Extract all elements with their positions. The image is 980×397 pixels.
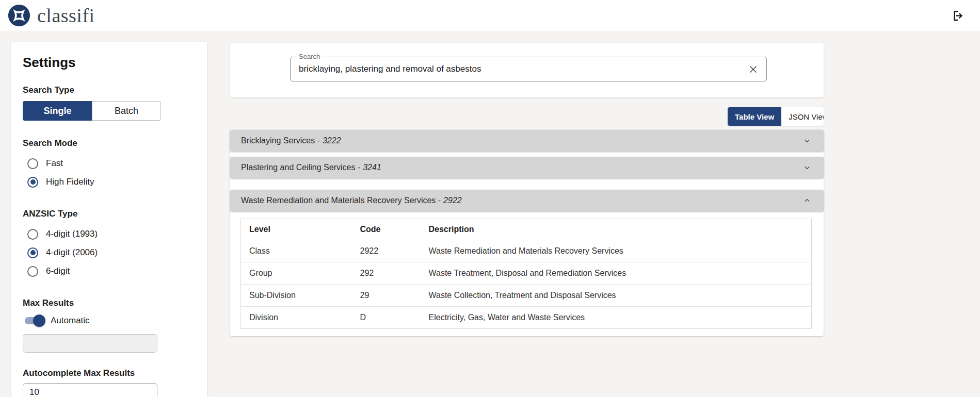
radio-unchecked-icon[interactable] xyxy=(27,158,38,169)
search-mode-label: Search Mode xyxy=(23,138,196,148)
anzsic-type-section: ANZSIC Type 4-digit (1993) 4-digit (2006… xyxy=(23,209,196,280)
accordion-title-text: Plastering and Ceiling Services - xyxy=(241,163,360,172)
search-type-section: Search Type Single Batch xyxy=(23,85,196,121)
view-toggle: Table View JSON View xyxy=(728,107,824,126)
radio-checked-icon[interactable] xyxy=(27,177,38,188)
table-header-row: Level Code Description xyxy=(241,219,812,240)
settings-title: Settings xyxy=(23,55,196,71)
accordion-title: Waste Remediation and Materials Recovery… xyxy=(241,196,462,205)
anzsic-option-4digit-2006[interactable]: 4-digit (2006) xyxy=(23,243,196,262)
table-row: Division D Electricity, Gas, Water and W… xyxy=(241,307,812,329)
column-header-level: Level xyxy=(241,219,352,240)
accordion-header[interactable]: Plastering and Ceiling Services - 3241 xyxy=(230,157,824,178)
accordion-waste-remediation-services: Waste Remediation and Materials Recovery… xyxy=(230,190,824,330)
anzsic-option-6digit[interactable]: 6-digit xyxy=(23,262,196,280)
accordion-code: 2922 xyxy=(443,196,462,205)
cell-code: 29 xyxy=(352,285,421,307)
column-header-description: Description xyxy=(421,219,812,240)
search-mode-section: Search Mode Fast High Fidelity xyxy=(23,138,196,191)
autocomplete-max-results-label: Autocomplete Max Results xyxy=(23,368,196,378)
column-header-code: Code xyxy=(352,219,421,240)
search-mode-option-high-fidelity[interactable]: High Fidelity xyxy=(23,173,196,191)
settings-sidebar: Settings Search Type Single Batch Search… xyxy=(11,42,207,397)
app-root: classifi Settings Search Type Single Bat… xyxy=(0,0,980,397)
brand: classifi xyxy=(8,4,95,27)
max-results-section: Max Results Automatic xyxy=(23,298,196,353)
search-field-label: Search xyxy=(296,53,323,60)
autocomplete-max-results-section: Autocomplete Max Results xyxy=(23,368,196,397)
accordion-gap xyxy=(230,152,824,157)
search-type-label: Search Type xyxy=(23,85,196,95)
accordion-title: Bricklaying Services - 3222 xyxy=(241,136,341,145)
cell-description: Waste Collection, Treatment and Disposal… xyxy=(421,285,812,307)
accordion-header[interactable]: Waste Remediation and Materials Recovery… xyxy=(230,190,824,211)
cell-level: Division xyxy=(241,307,352,329)
chevron-up-icon[interactable] xyxy=(802,195,812,206)
accordion-gap xyxy=(230,178,824,190)
cell-code: 2922 xyxy=(352,240,421,262)
accordion-content: Level Code Description Class 2922 Waste … xyxy=(230,211,824,330)
cell-level: Sub-Division xyxy=(241,285,352,307)
accordion-title-text: Bricklaying Services - xyxy=(241,136,320,145)
automatic-toggle[interactable] xyxy=(24,315,45,327)
accordion-bricklaying-services: Bricklaying Services - 3222 xyxy=(230,130,824,152)
radio-label: Fast xyxy=(46,158,63,169)
table-row: Class 2922 Waste Remediation and Materia… xyxy=(241,240,812,262)
search-card: Search xyxy=(230,43,824,97)
json-view-button[interactable]: JSON View xyxy=(781,107,824,126)
results-card: Bricklaying Services - 3222 Plastering a… xyxy=(230,130,824,336)
accordion-header[interactable]: Bricklaying Services - 3222 xyxy=(230,130,824,152)
classifi-logo-icon xyxy=(8,4,30,27)
accordion-plastering-ceiling-services: Plastering and Ceiling Services - 3241 xyxy=(230,157,824,178)
classification-table: Level Code Description Class 2922 Waste … xyxy=(240,219,812,329)
radio-label: 6-digit xyxy=(46,266,70,276)
radio-checked-icon[interactable] xyxy=(27,247,38,258)
logout-icon xyxy=(951,9,965,23)
anzsic-type-label: ANZSIC Type xyxy=(23,209,196,219)
search-type-segmented-control: Single Batch xyxy=(23,101,161,121)
accordion-title-text: Waste Remediation and Materials Recovery… xyxy=(241,196,441,205)
search-type-single-button[interactable]: Single xyxy=(23,101,92,121)
radio-unchecked-icon[interactable] xyxy=(27,266,38,277)
search-input[interactable] xyxy=(290,57,767,81)
clear-search-button[interactable] xyxy=(746,62,760,76)
automatic-toggle-label: Automatic xyxy=(51,316,90,326)
search-mode-option-fast[interactable]: Fast xyxy=(23,154,196,173)
automatic-switch-row: Automatic xyxy=(23,312,196,329)
brand-name: classifi xyxy=(37,4,95,27)
chevron-down-icon[interactable] xyxy=(802,136,812,146)
cell-code: D xyxy=(352,307,421,329)
cell-level: Group xyxy=(241,262,352,285)
max-results-label: Max Results xyxy=(23,298,196,308)
radio-unchecked-icon[interactable] xyxy=(27,229,38,240)
chevron-down-icon[interactable] xyxy=(802,162,812,173)
max-results-input[interactable] xyxy=(23,334,157,353)
radio-label: 4-digit (2006) xyxy=(46,247,98,258)
search-field: Search xyxy=(290,57,767,81)
logout-button[interactable] xyxy=(951,9,965,23)
clear-x-icon xyxy=(748,64,758,74)
accordion-code: 3241 xyxy=(363,163,381,172)
search-type-batch-button[interactable]: Batch xyxy=(92,101,161,121)
table-view-button[interactable]: Table View xyxy=(728,107,781,126)
radio-label: 4-digit (1993) xyxy=(46,229,98,239)
radio-label: High Fidelity xyxy=(46,177,94,187)
top-bar: classifi xyxy=(0,0,980,31)
cell-level: Class xyxy=(241,240,352,262)
autocomplete-max-results-input[interactable] xyxy=(23,383,157,397)
cell-description: Waste Remediation and Materials Recovery… xyxy=(421,240,812,262)
anzsic-option-4digit-1993[interactable]: 4-digit (1993) xyxy=(23,225,196,243)
table-row: Group 292 Waste Treatment, Disposal and … xyxy=(241,262,812,285)
accordion-code: 3222 xyxy=(323,136,341,145)
cell-description: Waste Treatment, Disposal and Remediatio… xyxy=(421,262,812,285)
accordion-title: Plastering and Ceiling Services - 3241 xyxy=(241,163,381,172)
toggle-thumb[interactable] xyxy=(33,315,45,327)
table-row: Sub-Division 29 Waste Collection, Treatm… xyxy=(241,285,812,307)
cell-code: 292 xyxy=(352,262,421,285)
cell-description: Electricity, Gas, Water and Waste Servic… xyxy=(421,307,812,329)
